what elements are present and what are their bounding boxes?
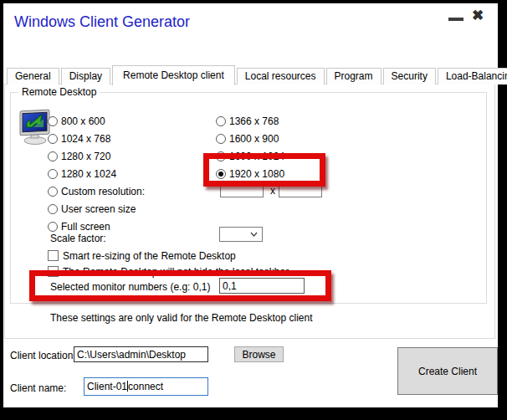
dialog-window: Windows Client Generator ✖ General Displ…	[3, 3, 498, 407]
radio-label: 800 x 600	[61, 115, 105, 127]
radio-label: Custom resolution:	[61, 186, 145, 197]
tab-strip: General Display Remote Desktop client Lo…	[7, 64, 507, 85]
checkbox-taskbar[interactable]	[48, 266, 59, 277]
radio-row-user-screen-size: User screen size	[48, 202, 136, 215]
client-location-label: Client location:	[10, 350, 76, 361]
radio-1024x768[interactable]	[48, 134, 58, 144]
radio-row-1600x900: 1600 x 900	[216, 132, 279, 145]
tab-load-balancing[interactable]: Load-Balancing	[438, 68, 507, 85]
window-title: Windows Client Generator	[14, 13, 190, 31]
radio-row-1366x768: 1366 x 768	[216, 115, 279, 127]
radio-1600x900[interactable]	[216, 134, 226, 144]
radio-row-1024x768: 1024 x 768	[48, 132, 110, 145]
tab-display[interactable]: Display	[61, 68, 110, 85]
tab-local-resources[interactable]: Local resources	[237, 68, 325, 85]
monitor-numbers-input[interactable]: 0,1	[219, 278, 305, 294]
radio-full-screen[interactable]	[48, 222, 58, 232]
client-name-input[interactable]: Client-01connect	[84, 377, 208, 396]
radio-1366x768[interactable]	[216, 116, 226, 126]
groupbox-title: Remote Desktop	[18, 86, 100, 98]
radio-label: 1280 x 1024	[61, 168, 116, 180]
radio-row-1280x1024: 1280 x 1024	[48, 167, 116, 180]
radio-1600x1024[interactable]	[216, 151, 226, 161]
radio-1280x1024[interactable]	[48, 169, 58, 179]
tab-general[interactable]: General	[7, 68, 59, 85]
radio-custom-resolution[interactable]	[48, 187, 58, 197]
radio-800x600[interactable]	[48, 116, 58, 126]
radio-label: 1366 x 768	[229, 115, 279, 127]
close-icon[interactable]: ✖	[472, 7, 484, 24]
scale-factor-label: Scale factor:	[50, 233, 106, 244]
radio-row-1600x1024: 1600 x 1024	[216, 150, 284, 162]
radio-label: Full screen	[61, 221, 110, 233]
radio-label: 1600 x 900	[229, 133, 279, 145]
client-name-text-before-caret: Client-01	[87, 381, 127, 392]
custom-width-input[interactable]	[220, 183, 264, 197]
chevron-down-icon	[250, 232, 258, 237]
custom-resolution-separator: x	[270, 185, 275, 197]
radio-label: 1280 x 720	[61, 151, 110, 162]
monitor-numbers-label: Selected monitor numbers (e.g: 0,1)	[50, 281, 210, 293]
radio-row-full-screen: Full screen	[48, 220, 110, 233]
checkbox-label: The Remote Desktop will not hide the loc…	[63, 266, 289, 278]
radio-label: 1600 x 1024	[229, 151, 284, 162]
radio-row-1920x1080: 1920 x 1080	[216, 167, 284, 180]
settings-footnote: These settings are only valid for the Re…	[50, 312, 313, 324]
radio-user-screen-size[interactable]	[48, 204, 58, 214]
checkbox-row-taskbar: The Remote Desktop will not hide the loc…	[48, 265, 289, 278]
custom-height-input[interactable]	[279, 183, 322, 197]
scale-factor-dropdown[interactable]	[219, 227, 263, 242]
browse-button[interactable]: Browse	[234, 346, 284, 362]
client-location-input[interactable]: C:\Users\admin\Desktop	[74, 346, 208, 362]
radio-row-custom-resolution: Custom resolution:	[48, 185, 145, 197]
tab-program[interactable]: Program	[326, 68, 382, 85]
radio-label: 1920 x 1080	[229, 168, 284, 180]
checkbox-label: Smart re-sizing of the Remote Desktop	[63, 250, 236, 262]
minimize-icon[interactable]	[448, 18, 463, 21]
tab-remote-desktop-client[interactable]: Remote Desktop client	[112, 65, 235, 85]
create-client-button[interactable]: Create Client	[397, 347, 498, 395]
client-name-text-after-caret: connect	[128, 381, 163, 392]
tab-security[interactable]: Security	[383, 68, 436, 85]
client-name-label: Client name:	[10, 382, 66, 394]
radio-label: 1024 x 768	[61, 133, 110, 145]
checkbox-row-smart-resizing: Smart re-sizing of the Remote Desktop	[48, 249, 236, 262]
radio-1920x1080[interactable]	[216, 169, 226, 179]
checkbox-smart-resizing[interactable]	[48, 250, 59, 261]
radio-row-800x600: 800 x 600	[48, 115, 105, 127]
radio-1280x720[interactable]	[48, 151, 58, 161]
radio-row-1280x720: 1280 x 720	[48, 150, 110, 162]
radio-label: User screen size	[61, 203, 136, 215]
